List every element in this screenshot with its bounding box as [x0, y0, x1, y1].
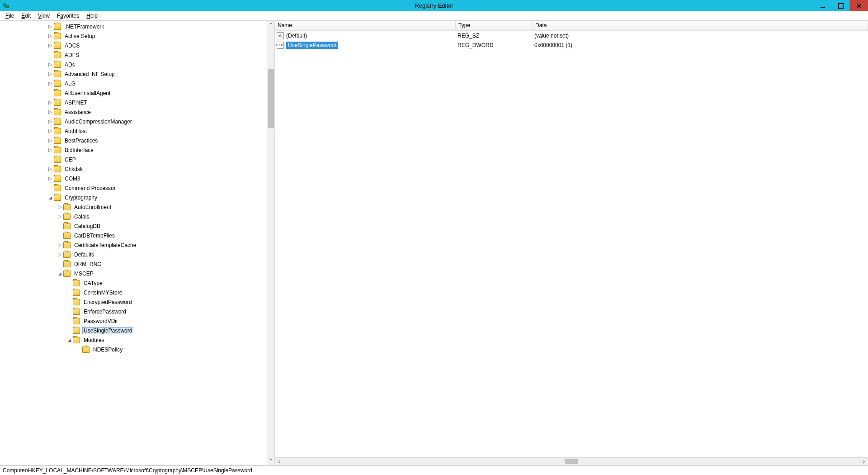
chevron-right-icon[interactable]: ▷ — [57, 242, 62, 248]
string-value-icon: ab — [277, 32, 284, 39]
tree-label: Assistance — [63, 109, 92, 116]
minimize-button[interactable] — [814, 0, 832, 11]
close-button[interactable] — [850, 0, 868, 11]
tree-node[interactable]: ▷ADs — [0, 60, 274, 69]
tree-node[interactable]: ◢MSCEP — [0, 269, 274, 278]
chevron-right-icon[interactable]: ▷ — [47, 138, 53, 143]
tree-node[interactable]: ▷.NETFramework — [0, 22, 274, 31]
tree-node[interactable]: EncryptedPassword — [0, 297, 274, 307]
tree-node[interactable]: CAType — [0, 278, 274, 288]
folder-icon — [63, 242, 71, 248]
value-row[interactable]: 0110UseSinglePasswordREG_DWORD0x00000001… — [275, 40, 868, 50]
folder-icon — [63, 271, 71, 277]
tree-node[interactable]: CatDBTempFiles — [0, 231, 274, 240]
chevron-right-icon[interactable]: ▷ — [47, 109, 53, 115]
tree-node[interactable]: ▷CertificateTemplateCache — [0, 240, 274, 250]
window-controls — [814, 0, 868, 11]
tree-node[interactable]: ▷Advanced INF Setup — [0, 69, 274, 79]
folder-icon — [54, 62, 61, 68]
chevron-right-icon[interactable]: ▷ — [47, 81, 53, 86]
tree-node[interactable]: NDESPolicy — [0, 345, 274, 354]
scroll-up-icon[interactable]: ˄ — [267, 21, 274, 28]
menu-bar: File Edit View Favorites Help — [0, 11, 868, 21]
values-list[interactable]: ab(Default)REG_SZ(value not set)0110UseS… — [275, 31, 868, 457]
column-type[interactable]: Type — [456, 21, 533, 30]
menu-file[interactable]: File — [2, 12, 18, 20]
column-data[interactable]: Data — [533, 21, 868, 30]
value-row[interactable]: ab(Default)REG_SZ(value not set) — [275, 31, 868, 40]
app-icon — [3, 2, 10, 10]
hscroll-left-icon[interactable]: < — [275, 458, 283, 465]
scroll-down-icon[interactable]: ˅ — [267, 457, 274, 465]
tree-scrollbar[interactable]: ˄ ˅ — [267, 21, 274, 465]
tree-node[interactable]: DRM_RNG — [0, 259, 274, 269]
tree-node[interactable]: ▷ADCS — [0, 41, 274, 50]
list-hscrollbar[interactable]: < > — [275, 457, 868, 465]
tree-node[interactable]: ▷ALG — [0, 79, 274, 88]
values-pane: Name Type Data ab(Default)REG_SZ(value n… — [275, 21, 868, 465]
tree-node[interactable]: AllUserInstallAgent — [0, 88, 274, 98]
chevron-right-icon[interactable]: ▷ — [47, 176, 53, 181]
status-bar: Computer\HKEY_LOCAL_MACHINE\SOFTWARE\Mic… — [0, 466, 868, 475]
tree-node[interactable]: ▷Calais — [0, 212, 274, 221]
tree-node[interactable]: UseSinglePassword — [0, 326, 274, 335]
tree-node[interactable]: ▷ASP.NET — [0, 98, 274, 107]
chevron-right-icon[interactable]: ▷ — [47, 24, 53, 29]
tree-node[interactable]: ▷BidInterface — [0, 145, 274, 155]
tree-node[interactable]: CEP — [0, 155, 274, 164]
tree-node[interactable]: ◢Modules — [0, 335, 274, 345]
tree-label: .NETFramework — [63, 23, 105, 30]
tree-node[interactable]: ▷Defaults — [0, 250, 274, 259]
chevron-right-icon[interactable]: ▷ — [57, 214, 62, 219]
tree-node[interactable]: CertsInMYStore — [0, 288, 274, 297]
folder-icon — [63, 214, 71, 220]
tree-node[interactable]: ▷Assistance — [0, 107, 274, 117]
chevron-down-icon[interactable]: ◢ — [47, 195, 53, 200]
chevron-right-icon[interactable]: ▷ — [57, 252, 62, 257]
maximize-button[interactable] — [832, 0, 850, 11]
tree-node[interactable]: EnforcePassword — [0, 307, 274, 316]
chevron-right-icon[interactable]: ▷ — [47, 119, 53, 124]
tree-node[interactable]: ▷AutoEnrollment — [0, 202, 274, 212]
tree-node[interactable]: ◢Cryptography — [0, 193, 274, 202]
tree-node[interactable]: ▷Active Setup — [0, 31, 274, 41]
tree-node[interactable]: ▷BestPractices — [0, 136, 274, 145]
chevron-right-icon[interactable]: ▷ — [57, 204, 62, 210]
menu-edit[interactable]: Edit — [18, 12, 34, 20]
hscroll-thumb[interactable] — [565, 459, 578, 464]
menu-help[interactable]: Help — [83, 12, 101, 20]
chevron-right-icon[interactable]: ▷ — [47, 100, 53, 105]
tree-node[interactable]: Command Processor — [0, 183, 274, 193]
chevron-right-icon[interactable]: ▷ — [47, 166, 53, 172]
menu-view[interactable]: View — [34, 12, 53, 20]
value-type: REG_DWORD — [456, 42, 533, 48]
chevron-down-icon[interactable]: ◢ — [66, 337, 72, 343]
hscroll-right-icon[interactable]: > — [860, 458, 868, 465]
folder-icon — [54, 43, 61, 49]
registry-tree[interactable]: ▷.NETFramework▷Active Setup▷ADCSADFS▷ADs… — [0, 21, 274, 354]
tree-node[interactable]: ▷AuthHost — [0, 126, 274, 136]
scroll-thumb[interactable] — [268, 69, 274, 128]
tree-node[interactable]: PasswordVDir — [0, 316, 274, 326]
tree-label: COM3 — [63, 175, 82, 182]
tree-label: Active Setup — [63, 33, 96, 40]
tree-node[interactable]: ▷AudioCompressionManager — [0, 117, 274, 126]
tree-label: BestPractices — [63, 137, 99, 144]
tree-pane: ▷.NETFramework▷Active Setup▷ADCSADFS▷ADs… — [0, 21, 275, 465]
svg-rect-0 — [4, 4, 6, 6]
tree-node[interactable]: CatalogDB — [0, 221, 274, 231]
chevron-right-icon[interactable]: ▷ — [47, 33, 53, 39]
chevron-right-icon[interactable]: ▷ — [47, 62, 53, 67]
value-data: 0x00000001 (1) — [533, 42, 868, 48]
tree-node[interactable]: ▷Chkdsk — [0, 164, 274, 174]
chevron-down-icon[interactable]: ◢ — [57, 271, 62, 276]
chevron-right-icon[interactable]: ▷ — [47, 128, 53, 134]
chevron-right-icon[interactable]: ▷ — [47, 71, 53, 77]
tree-node[interactable]: ▷COM3 — [0, 174, 274, 183]
main-split: ▷.NETFramework▷Active Setup▷ADCSADFS▷ADs… — [0, 21, 868, 466]
tree-node[interactable]: ADFS — [0, 50, 274, 60]
chevron-right-icon[interactable]: ▷ — [47, 147, 53, 153]
chevron-right-icon[interactable]: ▷ — [47, 43, 53, 48]
column-name[interactable]: Name — [275, 21, 456, 30]
menu-favorites[interactable]: Favorites — [53, 12, 83, 20]
